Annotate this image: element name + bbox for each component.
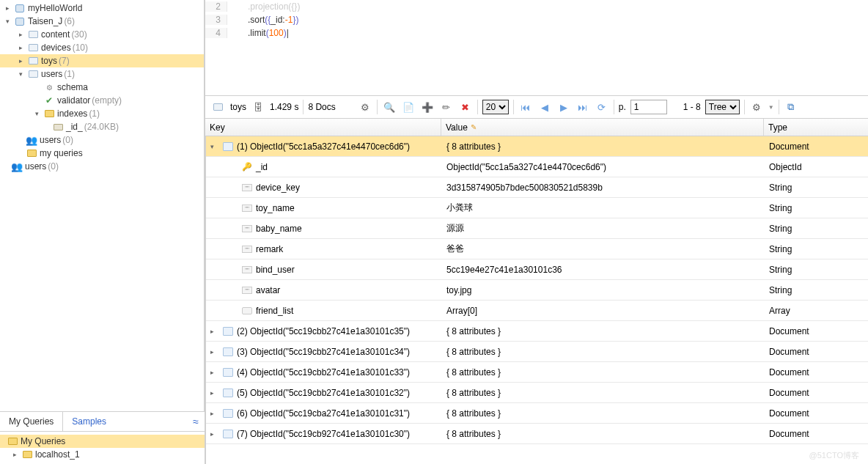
table-row[interactable]: ""remark爸爸String bbox=[206, 239, 868, 259]
expand-arrow-icon[interactable]: ▸ bbox=[210, 430, 219, 438]
users-root-node[interactable]: 👥 users (0) bbox=[0, 160, 204, 173]
table-row[interactable]: ▸(5) ObjectId("5cc19cbb27c41e1a30101c32"… bbox=[206, 383, 868, 403]
row-range: 1 - 8 bbox=[683, 102, 701, 112]
table-row[interactable]: ▸(6) ObjectId("5cc19cba27c41e1a30101c31"… bbox=[206, 403, 868, 424]
col-type[interactable]: Type bbox=[764, 119, 868, 136]
expand-arrow-icon[interactable]: ▸ bbox=[210, 369, 219, 376]
refresh-icon[interactable]: ⟳ bbox=[595, 100, 609, 114]
code-editor[interactable]: 2.projection({}) 3.sort({_id:-1}) 4.limi… bbox=[205, 0, 868, 95]
collection-devices[interactable]: ▸devices(10) bbox=[0, 41, 204, 54]
popout-icon[interactable]: ⧉ bbox=[784, 100, 798, 114]
expand-arrow-icon[interactable]: ▸ bbox=[16, 31, 25, 38]
edit-doc-icon[interactable]: ✏ bbox=[439, 100, 454, 114]
indexes-node[interactable]: ▾ indexes (1) bbox=[0, 107, 204, 120]
last-page-icon[interactable]: ⏭ bbox=[575, 100, 590, 114]
type-icon: "" bbox=[240, 202, 254, 214]
users-icon: 👥 bbox=[11, 161, 23, 172]
index-id-node[interactable]: _id_ (24.0KB) bbox=[0, 120, 204, 133]
myqueries-node[interactable]: my queries bbox=[0, 147, 204, 160]
table-row[interactable]: ""avatartoy.jpgString bbox=[206, 280, 868, 301]
type-icon: "" bbox=[240, 264, 254, 276]
grid-body: ▾(1) ObjectId("5cc1a5a327c41e4470cec6d6"… bbox=[205, 136, 868, 464]
queries-root[interactable]: My Queries bbox=[0, 435, 205, 448]
collection-icon bbox=[27, 68, 39, 80]
cell-type: Document bbox=[765, 408, 868, 419]
expand-arrow-icon[interactable]: ▸ bbox=[210, 348, 219, 356]
expand-arrow-icon[interactable]: ▸ bbox=[210, 389, 219, 397]
cell-key: ▸(2) ObjectId("5cc19cbb27c41e1a30101c35"… bbox=[206, 325, 442, 337]
table-row[interactable]: ▸(4) ObjectId("5cc19cbb27c41e1a30101c33"… bbox=[206, 362, 868, 383]
tab-samples[interactable]: Samples bbox=[63, 412, 115, 431]
type-icon bbox=[221, 141, 235, 152]
table-row[interactable]: friend_listArray[0]Array bbox=[206, 301, 868, 321]
expand-arrow-icon[interactable]: ▸ bbox=[16, 57, 25, 65]
schema-icon[interactable]: ⚙ bbox=[358, 100, 372, 114]
view-doc-icon[interactable]: 📄 bbox=[401, 100, 416, 114]
schema-node[interactable]: ⚙ schema bbox=[0, 81, 204, 94]
col-value[interactable]: Value✎ bbox=[441, 119, 764, 136]
results-toolbar: toys 🗄 1.429 s 8 Docs ⚙ 🔍 📄 ➕ ✏ ✖ 20 ⏮ ◀… bbox=[205, 95, 868, 119]
cell-key: ""avatar bbox=[206, 284, 442, 296]
page-label: p. bbox=[619, 102, 626, 112]
table-row[interactable]: ▸(3) ObjectId("5cc19cbb27c41e1a30101c34"… bbox=[206, 342, 868, 362]
table-row[interactable]: ▸(7) ObjectId("5cc19cb927c41e1a30101c30"… bbox=[206, 424, 868, 444]
users-node[interactable]: 👥 users (0) bbox=[0, 133, 204, 147]
table-row[interactable]: ""device_key3d315874905b7bdec500830521d5… bbox=[206, 177, 868, 198]
left-panel: ▸ myHelloWorld ▾ Taisen_J (6) ▸content(3… bbox=[0, 0, 205, 464]
cell-key: ""device_key bbox=[206, 182, 442, 194]
table-row[interactable]: 🔑_idObjectId("5cc1a5a327c41e4470cec6d6")… bbox=[206, 157, 868, 177]
table-row[interactable]: ▸(2) ObjectId("5cc19cbb27c41e1a30101c35"… bbox=[206, 321, 868, 342]
table-row[interactable]: ""bind_user5cc19e4e27c41e1a30101c36Strin… bbox=[206, 259, 868, 280]
first-page-icon[interactable]: ⏮ bbox=[518, 100, 533, 114]
cell-key: ▸(4) ObjectId("5cc19cbb27c41e1a30101c33"… bbox=[206, 367, 442, 378]
expand-arrow-icon[interactable]: ▸ bbox=[210, 328, 219, 335]
cell-key: friend_list bbox=[206, 305, 442, 317]
collapse-arrow-icon[interactable]: ▾ bbox=[32, 110, 41, 117]
schema-icon: ⚙ bbox=[43, 81, 55, 93]
cell-type: Document bbox=[765, 347, 868, 357]
expand-arrow-icon[interactable]: ▸ bbox=[210, 410, 219, 417]
type-icon: 🔑 bbox=[240, 161, 254, 173]
cell-type: Document bbox=[765, 429, 868, 439]
dropdown-arrow-icon[interactable]: ▼ bbox=[768, 104, 774, 111]
collection-users[interactable]: ▾users(1) bbox=[0, 67, 204, 81]
db-taisen[interactable]: ▾ Taisen_J (6) bbox=[0, 15, 204, 28]
col-key[interactable]: Key bbox=[205, 119, 441, 136]
type-icon bbox=[221, 387, 235, 399]
prev-page-icon[interactable]: ◀ bbox=[537, 100, 552, 114]
expand-arrow-icon[interactable]: ▾ bbox=[210, 143, 219, 150]
cell-key: ""baby_name bbox=[206, 223, 442, 235]
gear-icon[interactable]: ⚙ bbox=[749, 100, 764, 114]
cell-value: toy.jpg bbox=[442, 285, 765, 295]
db-myhelloworld[interactable]: ▸ myHelloWorld bbox=[0, 1, 204, 15]
find-icon[interactable]: 🔍 bbox=[382, 100, 397, 114]
page-number-input[interactable] bbox=[630, 100, 667, 114]
validator-node[interactable]: ✔ validator (empty) bbox=[0, 94, 204, 107]
type-icon: "" bbox=[240, 243, 254, 255]
page-size-select[interactable]: 20 bbox=[482, 100, 509, 114]
expand-arrow-icon[interactable]: ▸ bbox=[3, 4, 12, 12]
cell-key: ""bind_user bbox=[206, 264, 442, 276]
folder-icon bbox=[26, 147, 37, 159]
cell-type: String bbox=[765, 285, 868, 295]
tab-my-queries[interactable]: My Queries bbox=[0, 412, 63, 431]
collection-name: toys bbox=[230, 102, 246, 112]
table-row[interactable]: ▾(1) ObjectId("5cc1a5a327c41e4470cec6d6"… bbox=[206, 136, 868, 157]
collapse-icon[interactable]: ≈ bbox=[193, 416, 199, 427]
add-doc-icon[interactable]: ➕ bbox=[420, 100, 435, 114]
collection-content[interactable]: ▸content(30) bbox=[0, 28, 204, 41]
collapse-arrow-icon[interactable]: ▾ bbox=[3, 18, 12, 25]
queries-host[interactable]: ▸ localhost_1 bbox=[0, 448, 205, 461]
expand-arrow-icon[interactable]: ▸ bbox=[10, 451, 19, 458]
view-mode-select[interactable]: Tree bbox=[705, 100, 740, 114]
table-row[interactable]: ""baby_name源源String bbox=[206, 218, 868, 239]
expand-arrow-icon[interactable]: ▸ bbox=[16, 44, 25, 51]
cell-value: { 8 attributes } bbox=[442, 429, 765, 439]
collection-toys[interactable]: ▸toys(7) bbox=[0, 54, 204, 67]
cell-type: Array bbox=[765, 306, 868, 316]
next-page-icon[interactable]: ▶ bbox=[556, 100, 571, 114]
cell-value: 3d315874905b7bdec500830521d5839b bbox=[442, 183, 765, 193]
delete-doc-icon[interactable]: ✖ bbox=[458, 100, 473, 114]
table-row[interactable]: ""toy_name小粪球String bbox=[206, 198, 868, 218]
expand-arrow-icon[interactable]: ▾ bbox=[16, 70, 25, 78]
